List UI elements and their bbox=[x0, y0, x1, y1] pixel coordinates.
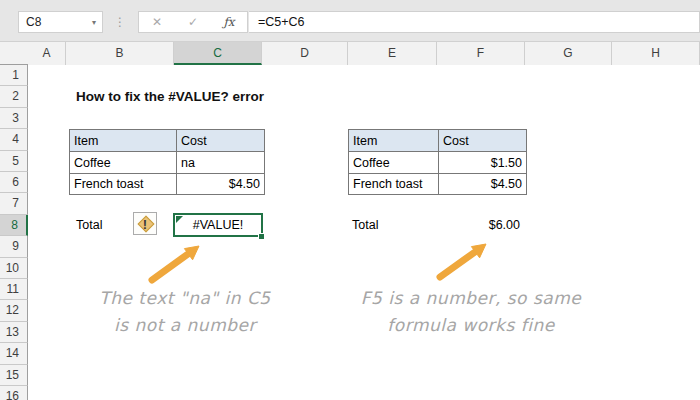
column-header-g[interactable]: G bbox=[525, 42, 612, 65]
row-header-2[interactable]: 2 bbox=[0, 86, 28, 107]
cell-e5[interactable]: Coffee bbox=[349, 151, 438, 172]
left-arrow-icon bbox=[152, 246, 199, 280]
row-header-1[interactable]: 1 bbox=[0, 65, 28, 86]
row-header-13[interactable]: 13 bbox=[0, 322, 28, 343]
cell-e6[interactable]: French toast bbox=[349, 173, 438, 194]
column-header-c-selected[interactable]: C bbox=[174, 42, 262, 65]
row-header-10[interactable]: 10 bbox=[0, 258, 28, 279]
row-header-5[interactable]: 5 bbox=[0, 151, 28, 172]
error-exclamation-icon: ! bbox=[134, 214, 156, 235]
column-header-h[interactable]: H bbox=[612, 42, 700, 65]
right-arrow-icon bbox=[440, 244, 486, 277]
row-header-15[interactable]: 15 bbox=[0, 365, 28, 386]
column-header-a[interactable]: A bbox=[28, 42, 66, 65]
fill-handle[interactable] bbox=[258, 233, 265, 240]
cell-e8-total-label[interactable]: Total bbox=[352, 215, 378, 236]
column-header-e[interactable]: E bbox=[348, 42, 437, 65]
cell-b8-total-label[interactable]: Total bbox=[76, 215, 102, 236]
formula-bar: C8 ▾ ⋮ ✕ ✓ ƒx =C5+C6 bbox=[0, 0, 700, 42]
row-header-4[interactable]: 4 bbox=[0, 129, 28, 150]
left-table: Item Cost Coffee na French toast $4.50 bbox=[69, 129, 265, 195]
row-header-9[interactable]: 9 bbox=[0, 236, 28, 257]
excel-window: C8 ▾ ⋮ ✕ ✓ ƒx =C5+C6 A B C D E F G H 1 2… bbox=[0, 0, 700, 400]
row-header-3[interactable]: 3 bbox=[0, 108, 28, 129]
formula-input[interactable]: =C5+C6 bbox=[249, 11, 700, 33]
left-table-header-cost[interactable]: Cost bbox=[176, 130, 264, 151]
row-header-14[interactable]: 14 bbox=[0, 343, 28, 364]
right-table-header-cost[interactable]: Cost bbox=[438, 130, 526, 151]
name-box[interactable]: C8 ▾ bbox=[18, 11, 103, 33]
selected-cell-c8[interactable]: #VALUE! bbox=[173, 213, 263, 237]
row-header-6[interactable]: 6 bbox=[0, 172, 28, 193]
error-checking-button[interactable]: ! bbox=[133, 212, 157, 235]
cell-c5[interactable]: na bbox=[176, 151, 264, 172]
left-annotation-line2: is not a number bbox=[85, 315, 285, 335]
left-annotation-line1: The text "na" in C5 bbox=[85, 288, 285, 308]
cell-b6[interactable]: French toast bbox=[70, 173, 176, 194]
cell-f5[interactable]: $1.50 bbox=[438, 151, 526, 172]
column-header-f[interactable]: F bbox=[437, 42, 525, 65]
row-header-8-selected[interactable]: 8 bbox=[0, 215, 28, 236]
name-box-value: C8 bbox=[19, 15, 92, 29]
cell-c6[interactable]: $4.50 bbox=[176, 173, 264, 194]
row-header-12[interactable]: 12 bbox=[0, 300, 28, 321]
row-header-7[interactable]: 7 bbox=[0, 193, 28, 214]
right-annotation-line1: F5 is a number, so same bbox=[350, 288, 592, 308]
formula-text: =C5+C6 bbox=[249, 15, 305, 29]
formula-bar-grip-icon: ⋮ bbox=[114, 11, 126, 33]
cell-c8-value: #VALUE! bbox=[193, 218, 244, 232]
formula-bar-buttons: ✕ ✓ ƒx bbox=[138, 11, 248, 33]
left-table-header-item[interactable]: Item bbox=[70, 130, 176, 151]
cell-b5[interactable]: Coffee bbox=[70, 151, 176, 172]
cell-f6[interactable]: $4.50 bbox=[438, 173, 526, 194]
right-table-header-item[interactable]: Item bbox=[349, 130, 438, 151]
cancel-icon[interactable]: ✕ bbox=[145, 15, 169, 29]
column-header-d[interactable]: D bbox=[262, 42, 348, 65]
row-header-11[interactable]: 11 bbox=[0, 279, 28, 300]
worksheet-title[interactable]: How to fix the #VALUE? error bbox=[76, 89, 264, 104]
error-indicator-triangle-icon bbox=[176, 216, 183, 223]
right-table: Item Cost Coffee $1.50 French toast $4.5… bbox=[348, 129, 527, 195]
cell-f8-value[interactable]: $6.00 bbox=[437, 215, 520, 236]
row-header-16[interactable]: 16 bbox=[0, 386, 28, 400]
enter-icon[interactable]: ✓ bbox=[181, 15, 205, 29]
right-annotation-line2: formula works fine bbox=[350, 315, 592, 335]
name-box-dropdown-icon[interactable]: ▾ bbox=[92, 18, 102, 27]
insert-function-icon[interactable]: ƒx bbox=[217, 15, 241, 29]
column-headers: A B C D E F G H bbox=[0, 42, 700, 65]
column-header-b[interactable]: B bbox=[66, 42, 174, 65]
